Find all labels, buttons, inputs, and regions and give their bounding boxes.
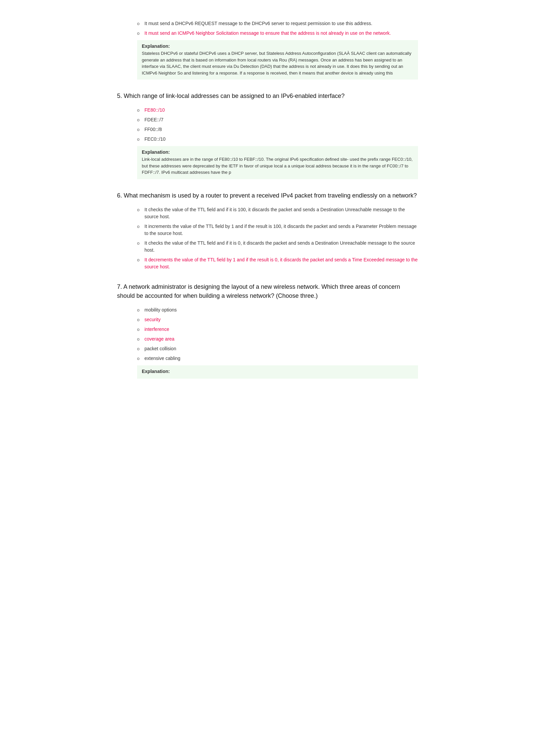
- option-text: mobility options: [144, 306, 177, 313]
- list-item: o It increments the value of the TTL fie…: [137, 223, 418, 237]
- explanation-label: Explanation:: [142, 43, 413, 49]
- list-item: o coverage area: [137, 336, 418, 343]
- bullet-char: o: [137, 126, 140, 133]
- bullet-char: o: [137, 107, 140, 114]
- question-6-body: What mechanism is used by a router to pr…: [124, 192, 417, 199]
- question-6-text: 6. What mechanism is used by a router to…: [117, 191, 418, 200]
- explanation-block: Explanation: Stateless DHCPv6 or statefu…: [137, 40, 418, 80]
- question-5-explanation: Explanation: Link-local addresses are in…: [137, 146, 418, 179]
- explanation-label: Explanation:: [142, 149, 413, 155]
- list-item: o FF00::/8: [137, 126, 418, 133]
- list-item: o It decrements the value of the TTL fie…: [137, 256, 418, 270]
- question-5-number: 5.: [117, 93, 122, 99]
- bullet-char: o: [137, 257, 140, 263]
- question-7-explanation: Explanation:: [137, 365, 418, 379]
- bullet-char: o: [137, 136, 140, 143]
- list-item: o FDEE::/7: [137, 116, 418, 123]
- option-text: FDEE::/7: [144, 116, 164, 123]
- question-5-text: 5. Which range of link-local addresses c…: [117, 92, 418, 101]
- bullet-char: o: [137, 336, 140, 343]
- option-text: It increments the value of the TTL field…: [144, 223, 418, 237]
- option-text-correct: interference: [144, 326, 169, 333]
- option-text-correct: FE80::/10: [144, 107, 165, 114]
- bullet-char: o: [137, 355, 140, 362]
- bullet-char: o: [137, 207, 140, 213]
- bullet-char: o: [137, 240, 140, 247]
- top-options-list: o It must send a DHCPv6 REQUEST message …: [117, 20, 418, 37]
- option-text-correct: security: [144, 316, 160, 323]
- option-text: It must send a DHCPv6 REQUEST message to…: [144, 20, 372, 27]
- question-6-block: 6. What mechanism is used by a router to…: [117, 191, 418, 270]
- list-item: o extensive cabling: [137, 355, 418, 362]
- bullet-char: o: [137, 346, 140, 352]
- bullet-char: o: [137, 223, 140, 230]
- content-area: o It must send a DHCPv6 REQUEST message …: [117, 20, 418, 379]
- question-5-body: Which range of link-local addresses can …: [124, 93, 344, 99]
- list-item: o security: [137, 316, 418, 323]
- bullet-char: o: [137, 317, 140, 323]
- option-text: extensive cabling: [144, 355, 180, 362]
- option-text-correct: coverage area: [144, 336, 175, 343]
- option-text: It checks the value of the TTL field and…: [144, 206, 418, 220]
- list-item: o packet collision: [137, 345, 418, 352]
- list-item: o mobility options: [137, 306, 418, 313]
- option-text: packet collision: [144, 345, 176, 352]
- question-7-body: A network administrator is designing the…: [117, 283, 400, 299]
- bullet-char: o: [137, 117, 140, 123]
- question-7-number: 7.: [117, 283, 122, 290]
- question-6-number: 6.: [117, 192, 122, 199]
- list-item: o interference: [137, 326, 418, 333]
- list-item: o It checks the value of the TTL field a…: [137, 206, 418, 220]
- list-item: o It checks the value of the TTL field a…: [137, 240, 418, 254]
- bullet-char: o: [137, 20, 140, 27]
- option-text: FF00::/8: [144, 126, 162, 133]
- question-7-text: 7. A network administrator is designing …: [117, 282, 418, 300]
- option-text-correct: It decrements the value of the TTL field…: [144, 256, 418, 270]
- list-item: o It must send a DHCPv6 REQUEST message …: [137, 20, 418, 27]
- option-text: It checks the value of the TTL field and…: [144, 240, 418, 254]
- list-item: o FE80::/10: [137, 107, 418, 114]
- list-item: o FEC0::/10: [137, 136, 418, 143]
- question-7-options: o mobility options o security o interfer…: [117, 306, 418, 362]
- question-5-options: o FE80::/10 o FDEE::/7 o FF00::/8 o FEC0…: [117, 107, 418, 143]
- bullet-char: o: [137, 30, 140, 37]
- explanation-label: Explanation:: [142, 369, 413, 374]
- list-item: o It must send an ICMPv6 Neighbor Solici…: [137, 30, 418, 37]
- explanation-text: Stateless DHCPv6 or stateful DHCPv6 uses…: [142, 50, 413, 76]
- bullet-char: o: [137, 307, 140, 313]
- option-text-correct: It must send an ICMPv6 Neighbor Solicita…: [144, 30, 391, 37]
- question-6-options: o It checks the value of the TTL field a…: [117, 206, 418, 270]
- bullet-char: o: [137, 326, 140, 333]
- top-section: o It must send a DHCPv6 REQUEST message …: [117, 20, 418, 80]
- explanation-text: Link-local addresses are in the range of…: [142, 156, 413, 176]
- option-text: FEC0::/10: [144, 136, 166, 143]
- question-7-block: 7. A network administrator is designing …: [117, 282, 418, 379]
- question-5-block: 5. Which range of link-local addresses c…: [117, 92, 418, 179]
